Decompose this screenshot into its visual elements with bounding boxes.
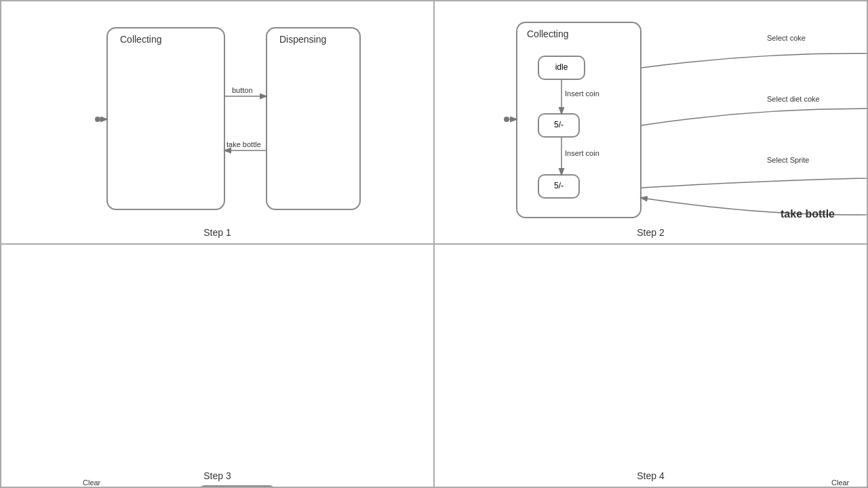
select-sprite-s2: Select Sprite [767,156,809,164]
arrows-s4: 5/- --> [435,245,867,487]
collecting-box-s1: Collecting [106,27,225,210]
button-label-s1: button [232,86,253,94]
idle-box-s2: idle [538,56,585,80]
dispensing-box-s1: Dispensing [266,27,361,210]
clear-bottle-s3: Clearbottle [83,479,101,487]
diagram-grid: Collecting Dispensing button take bottle… [0,0,868,488]
five1-box-s2: 5/- [538,113,580,138]
collecting-label-s1: Collecting [120,34,161,45]
insert-coin2-s2: Insert coin [565,149,599,157]
panel-step1: Collecting Dispensing button take bottle… [1,1,434,244]
arrows-s3: 5/- --> [1,245,433,487]
collecting-label-s2: Collecting [527,28,568,39]
insert-coin1-s2: Insert coin [565,89,599,98]
select-dietcoke-s2: Select diet coke [767,95,820,103]
dispensing-label-s1: Dispensing [279,34,326,45]
panel-step2: Collecting idle 5/- 5/- Dispensing Dispe… [434,1,867,244]
select-coke-s2: Select coke [767,34,806,42]
panel-step4: StuckBottle Collecting idle 5/- 5/- Disp… [434,244,867,487]
take-bottle-s2: take bottle [781,208,835,220]
step2-label: Step 2 [637,227,664,238]
step3-label: Step 3 [203,470,231,481]
take-bottle-label-s1: take bottle [226,140,261,148]
init-dot-s1 [95,117,100,122]
five2-box-s2: 5/- [538,174,580,199]
stuck-bottle-box-s3: StuckBottle [198,485,276,487]
step4-label: Step 4 [637,470,664,481]
init-dot-s2 [504,117,509,122]
step1-label: Step 1 [203,227,231,238]
clear-bottle-s4: Clearbottle [831,479,850,487]
panel-step3: StuckBottle Collecting idle 5/- 5/- Disp… [1,244,434,487]
